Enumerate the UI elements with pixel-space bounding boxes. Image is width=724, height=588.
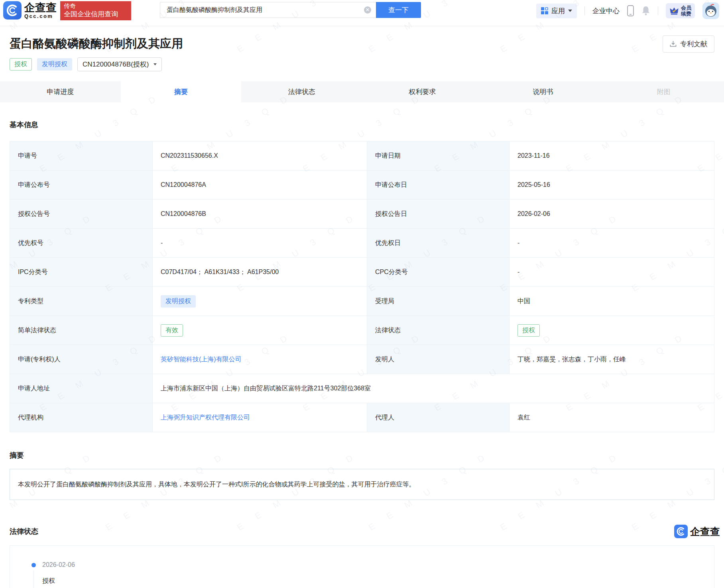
field-label: 申请公布号 <box>18 181 50 189</box>
table-cell: 上海市浦东新区中国（上海）自由贸易试验区富特北路211号302部位368室 <box>153 374 714 403</box>
table-cell: 申请日期 <box>367 141 510 170</box>
table-cell: C07D417/04； A61K31/433； A61P35/00 <box>153 258 367 286</box>
patent-number-dropdown[interactable]: CN120004876B(授权) <box>77 57 162 71</box>
field-label: 代理人 <box>375 414 394 422</box>
agency-link[interactable]: 上海弼升知识产权代理有限公司 <box>161 414 250 422</box>
enterprise-center-link[interactable]: 企业中心 <box>592 6 620 16</box>
tag-row: 授权 发明授权 CN120004876B(授权) <box>10 58 714 71</box>
legal-status-badge: 授权 <box>517 324 540 337</box>
inventors-value: 丁晓，郑嘉旻，张志森，丁小雨，任峰 <box>517 355 626 364</box>
patent-document-button[interactable]: 专利文献 <box>663 35 714 53</box>
patent-title-section: 蛋白酪氨酸磷酸酶抑制剂及其应用 授权 发明授权 CN120004876B(授权)… <box>0 26 724 71</box>
field-label: 优先权日 <box>375 239 401 247</box>
table-cell: 2025-05-16 <box>510 171 714 199</box>
table-cell: 英矽智能科技(上海)有限公司 <box>153 345 367 374</box>
event-date: 2026-02-06 <box>42 561 714 568</box>
qcc-logo[interactable]: 企查查 Qcc.com <box>3 1 57 20</box>
table-row: 简单法律状态 有效 法律状态 授权 <box>10 316 714 345</box>
crown-icon <box>669 7 679 15</box>
table-cell: 袁红 <box>510 403 714 432</box>
caret-down-icon <box>568 10 572 12</box>
promo-line1: 传奇 <box>64 2 128 10</box>
vip-label-line2: 续费 <box>681 11 691 17</box>
table-cell: 申请人地址 <box>10 374 153 403</box>
main-content: 基本信息 申请号 CN202311530656.X 申请日期 2023-11-1… <box>0 120 724 588</box>
apps-grid-icon <box>541 7 548 14</box>
table-cell: 有效 <box>153 316 367 345</box>
table-cell: 代理人 <box>367 403 510 432</box>
field-value: C07D417/04； A61K31/433； A61P35/00 <box>161 268 279 276</box>
download-icon <box>670 41 677 47</box>
legal-status-header-row: 法律状态 企查查 <box>10 525 714 538</box>
field-label: 申请号 <box>18 152 37 160</box>
table-cell: 法律状态 <box>367 316 510 345</box>
applicant-link[interactable]: 英矽智能科技(上海)有限公司 <box>161 355 242 364</box>
table-cell: 受理局 <box>367 287 510 316</box>
promo-banner[interactable]: 传奇 全国企业信用查询 <box>60 1 131 20</box>
user-avatar[interactable] <box>702 2 719 19</box>
table-row: 申请(专利权)人 英矽智能科技(上海)有限公司 发明人 丁晓，郑嘉旻，张志森，丁… <box>10 345 714 374</box>
field-value: 中国 <box>517 297 530 306</box>
divider <box>584 6 585 15</box>
timeline-line <box>33 570 34 588</box>
basic-info-table: 申请号 CN202311530656.X 申请日期 2023-11-16 申请公… <box>10 141 714 432</box>
field-label: 优先权号 <box>18 239 43 247</box>
abstract-text: 本发明公开了蛋白酪氨酸磷酸酶抑制剂及其应用，具体地，本发明公开了一种式I所示的化… <box>18 480 706 489</box>
tab-abstract[interactable]: 摘要 <box>121 81 242 102</box>
tab-bar: 申请进度 摘要 法律状态 权利要求 说明书 附图 <box>0 81 724 102</box>
table-row: 申请公布号 CN120004876A 申请公布日 2025-05-16 <box>10 171 714 200</box>
table-cell: 2026-02-06 <box>510 200 714 228</box>
top-header: 企查查 Qcc.com 传奇 全国企业信用查询 蛋白酪氨酸磷酸酶抑制剂及其应用 … <box>0 0 724 26</box>
table-cell: 代理机构 <box>10 403 153 432</box>
table-cell: 专利类型 <box>10 287 153 316</box>
table-row: 授权公告号 CN120004876B 授权公告日 2026-02-06 <box>10 200 714 229</box>
table-row: 专利类型 发明授权 受理局 中国 <box>10 287 714 316</box>
patent-document-label: 专利文献 <box>680 39 707 49</box>
clear-search-icon[interactable]: ✕ <box>364 6 371 14</box>
field-label: 申请日期 <box>375 152 401 160</box>
apps-menu[interactable]: 应用 <box>536 4 577 18</box>
divider <box>658 6 658 15</box>
table-cell: 优先权日 <box>367 229 510 257</box>
table-cell: 授权公告日 <box>367 200 510 228</box>
table-cell: 申请公布日 <box>367 171 510 199</box>
tab-application-progress[interactable]: 申请进度 <box>0 81 121 102</box>
table-cell: - <box>510 229 714 257</box>
legal-status-timeline: 2026-02-06 授权 <box>10 545 714 588</box>
timeline-dot-icon <box>31 563 36 567</box>
field-label: 申请公布日 <box>375 181 407 189</box>
notifications-bell-icon[interactable] <box>641 6 650 16</box>
mobile-app-icon[interactable] <box>627 5 634 16</box>
table-cell: 简单法律状态 <box>10 316 153 345</box>
field-value: CN120004876A <box>161 181 206 188</box>
field-label: 发明人 <box>375 355 394 364</box>
apps-label: 应用 <box>551 6 565 16</box>
legal-status-heading: 法律状态 <box>10 527 38 536</box>
tab-claims[interactable]: 权利要求 <box>362 81 483 102</box>
table-cell: CN120004876A <box>153 171 367 199</box>
tab-legal-status[interactable]: 法律状态 <box>241 81 362 102</box>
qcc-brand-mark: 企查查 <box>674 525 720 538</box>
table-cell: 上海弼升知识产权代理有限公司 <box>153 403 367 432</box>
field-label: 简单法律状态 <box>18 326 56 335</box>
header-right-nav: 应用 企业中心 <box>536 2 719 20</box>
vip-renew-button[interactable]: 会员 续费 <box>666 3 695 18</box>
table-cell: 申请公布号 <box>10 171 153 199</box>
tab-drawings[interactable]: 附图 <box>603 81 724 102</box>
table-cell: - <box>510 258 714 286</box>
field-label: 受理局 <box>375 297 394 306</box>
search-input[interactable]: 蛋白酪氨酸磷酸酶抑制剂及其应用 ✕ <box>160 2 376 18</box>
field-value: 2023-11-16 <box>517 152 550 159</box>
qcc-logo-icon <box>3 1 22 20</box>
table-cell: CN120004876B <box>153 200 367 228</box>
tab-specification[interactable]: 说明书 <box>483 81 604 102</box>
table-cell: 丁晓，郑嘉旻，张志森，丁小雨，任峰 <box>510 345 714 374</box>
brand-domain: Qcc.com <box>24 13 57 19</box>
search-button[interactable]: 查一下 <box>376 2 421 18</box>
table-row: 优先权号 - 优先权日 - <box>10 229 714 258</box>
vip-label-line1: 会员 <box>681 5 691 11</box>
table-row: 代理机构 上海弼升知识产权代理有限公司 代理人 袁红 <box>10 403 714 432</box>
field-value: CN202311530656.X <box>161 152 218 159</box>
field-value: 2026-02-06 <box>517 210 550 218</box>
field-label: 授权公告日 <box>375 210 407 218</box>
